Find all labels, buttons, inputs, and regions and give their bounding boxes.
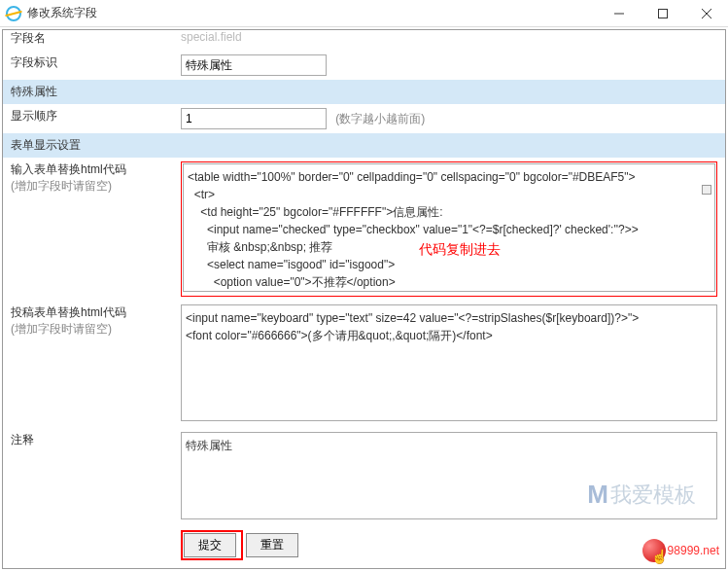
order-hint: (数字越小越前面) — [335, 112, 425, 125]
reset-button[interactable]: 重置 — [246, 533, 298, 557]
svg-rect-1 — [658, 9, 667, 18]
content-area: 字段名 special.field 字段标识 特殊属性 显示顺序 (数字越小越前… — [2, 29, 726, 569]
post-html-label-text: 投稿表单替换html代码 — [11, 305, 126, 319]
window-title: 修改系统字段 — [27, 5, 597, 21]
window-titlebar: 修改系统字段 — [0, 0, 728, 27]
field-name-label: 字段名 — [3, 30, 173, 51]
order-label: 显示顺序 — [3, 104, 173, 133]
input-html-label: 输入表单替换html代码 (增加字段时请留空) — [3, 158, 173, 301]
section-special: 特殊属性 — [3, 80, 725, 104]
field-ident-label: 字段标识 — [3, 51, 173, 80]
submit-highlight: 提交 — [181, 530, 243, 560]
order-input[interactable] — [181, 108, 327, 129]
post-html-label: 投稿表单替换html代码 (增加字段时请留空) — [3, 301, 173, 428]
input-html-label-text: 输入表单替换html代码 — [11, 162, 126, 176]
post-html-sub: (增加字段时请留空) — [11, 322, 112, 336]
section-form-display: 表单显示设置 — [3, 133, 725, 158]
field-name-value: special.field — [181, 30, 242, 44]
input-html-sub: (增加字段时请留空) — [11, 179, 112, 193]
comment-textarea[interactable] — [181, 432, 717, 519]
app-icon — [6, 6, 21, 21]
input-html-textarea[interactable] — [183, 163, 715, 292]
minimize-button[interactable] — [597, 0, 641, 27]
submit-button[interactable]: 提交 — [184, 533, 236, 557]
close-button[interactable] — [684, 0, 728, 27]
maximize-button[interactable] — [641, 0, 684, 27]
scrollbar-thumb[interactable] — [702, 185, 711, 195]
form-table: 字段名 special.field 字段标识 特殊属性 显示顺序 (数字越小越前… — [3, 30, 725, 564]
comment-label: 注释 — [3, 428, 173, 526]
post-html-textarea[interactable] — [181, 304, 717, 421]
input-html-highlight — [181, 161, 717, 297]
field-ident-input[interactable] — [181, 54, 327, 76]
